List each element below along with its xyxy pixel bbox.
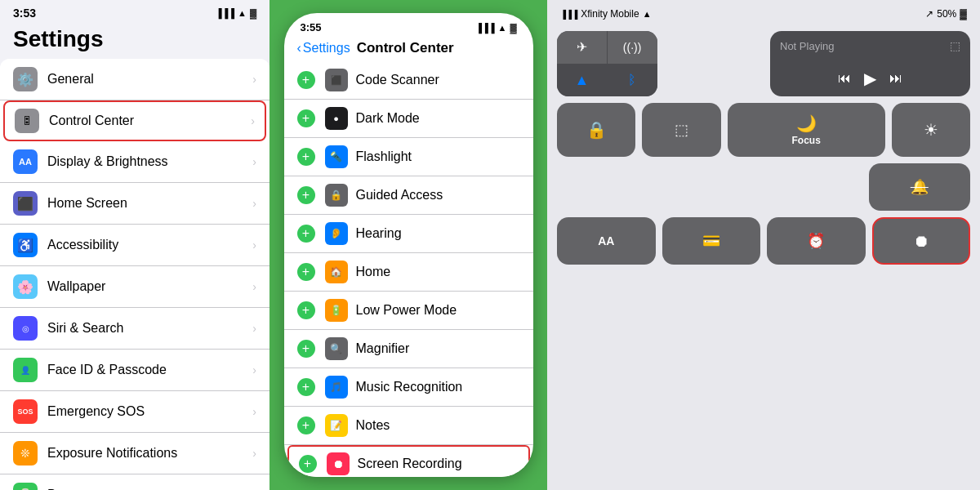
settings-item-homescreen[interactable]: ⬛ Home Screen › — [0, 183, 270, 225]
cc-item-dark-mode[interactable]: + ● Dark Mode — [284, 100, 533, 138]
general-icon: ⚙️ — [17, 72, 33, 87]
settings-panel: 3:53 ▐▐▐ ▲ ▓ Settings ⚙️ General › 🎛 Con… — [0, 0, 270, 490]
chevron-siri: › — [252, 322, 256, 335]
add-magnifier-btn[interactable]: + — [297, 340, 315, 358]
bluetooth-btn[interactable]: ᛒ — [608, 65, 657, 97]
battery-settings-icon: 🔋 — [17, 488, 33, 491]
signal-icon-cc: ▐▐▐ — [475, 23, 494, 33]
status-icons-settings: ▐▐▐ ▲ ▓ — [216, 8, 256, 18]
wallpaper-icon-wrap: 🌸 — [13, 274, 38, 299]
chevron-faceid: › — [252, 363, 256, 376]
chevron-homescreen: › — [252, 197, 256, 210]
cc-magnifier-label: Magnifier — [356, 341, 410, 356]
cc-item-hearing[interactable]: + 👂 Hearing — [284, 215, 533, 253]
breadcrumb-back[interactable]: Settings — [303, 41, 350, 56]
cc-item-guided-access[interactable]: + 🔒 Guided Access — [284, 176, 533, 215]
settings-item-accessibility[interactable]: ♿ Accessibility › — [0, 225, 270, 266]
wifi-btn[interactable]: ▲ — [557, 65, 607, 97]
settings-item-wallpaper[interactable]: 🌸 Wallpaper › — [0, 266, 270, 308]
add-screen-recording-btn[interactable]: + — [299, 455, 317, 473]
battery-bar-icon: ▓ — [960, 8, 967, 20]
add-home-btn[interactable]: + — [297, 263, 315, 281]
breadcrumb-current: Control Center — [357, 40, 454, 56]
cc-music-recognition-label: Music Recognition — [356, 380, 463, 394]
cc-item-notes[interactable]: + 📝 Notes — [284, 407, 533, 445]
add-flashlight-btn[interactable]: + — [297, 148, 315, 166]
airplane-mode-btn[interactable]: ✈ — [557, 31, 607, 64]
general-label: General — [47, 72, 252, 87]
airplay-icon[interactable]: ⬚ — [950, 39, 960, 52]
right-status: ↗ 50% ▓ — [925, 8, 967, 20]
focus-btn[interactable]: 🌙 Focus — [728, 103, 885, 157]
screen-recording-btn[interactable]: ⏺ — [872, 217, 971, 265]
moon-icon: 🌙 — [796, 114, 817, 133]
add-music-recognition-btn[interactable]: + — [297, 378, 315, 396]
alarm-btn[interactable]: ⏰ — [767, 217, 866, 265]
cc-flashlight-label: Flashlight — [356, 149, 412, 164]
hotspot-btn[interactable]: ((·)) — [608, 31, 657, 64]
cc-item-magnifier[interactable]: + 🔍 Magnifier — [284, 330, 533, 368]
wifi-icon-settings: ▲ — [238, 8, 247, 18]
faceid-label: Face ID & Passcode — [47, 363, 252, 377]
settings-item-battery[interactable]: 🔋 Battery › — [0, 474, 270, 490]
wallet-btn[interactable]: 💳 — [662, 217, 761, 265]
exposure-icon-wrap: ❊ — [13, 441, 38, 466]
cc-flashlight-icon: 🔦 — [325, 145, 348, 168]
chevron-sos: › — [252, 405, 256, 418]
empty-tile — [664, 31, 764, 96]
settings-item-sos[interactable]: SOS Emergency SOS › — [0, 391, 270, 433]
lock-rotation-btn[interactable]: 🔒 — [557, 103, 635, 157]
next-track-icon[interactable]: ⏭ — [889, 71, 902, 86]
cc-item-home[interactable]: + 🏠 Home — [284, 253, 533, 292]
settings-item-display[interactable]: AA Display & Brightness › — [0, 141, 270, 183]
screen-mirror-icon: ⬚ — [675, 121, 688, 139]
mute-btn[interactable]: 🔔 — [869, 163, 971, 211]
cc-hearing-icon: 👂 — [325, 222, 348, 245]
cc-code-scanner-label: Code Scanner — [356, 73, 439, 87]
brightness-btn[interactable]: ☀ — [892, 103, 970, 157]
homescreen-icon: ⬛ — [17, 196, 33, 212]
chevron-exposure: › — [252, 447, 256, 460]
cc-guided-access-icon: 🔒 — [325, 184, 348, 207]
cc-notes-label: Notes — [356, 418, 390, 433]
add-guided-access-btn[interactable]: + — [297, 186, 315, 204]
settings-item-control-center[interactable]: 🎛 Control Center › — [3, 100, 266, 141]
cc-item-screen-recording[interactable]: + ⏺ Screen Recording — [287, 445, 530, 477]
faceid-icon: 👤 — [20, 366, 30, 375]
chevron-control-center: › — [251, 114, 255, 127]
add-hearing-btn[interactable]: + — [297, 225, 315, 243]
play-pause-icon[interactable]: ▶ — [864, 69, 876, 88]
cc-item-low-power[interactable]: + 🔋 Low Power Mode — [284, 292, 533, 330]
breadcrumb: ‹ Settings Control Center — [284, 37, 533, 61]
prev-track-icon[interactable]: ⏮ — [838, 71, 851, 86]
cc-hearing-label: Hearing — [356, 226, 402, 241]
cc-item-flashlight[interactable]: + 🔦 Flashlight — [284, 138, 533, 176]
settings-title: Settings — [0, 23, 270, 59]
settings-item-siri[interactable]: ◎ Siri & Search › — [0, 308, 270, 350]
cc-screen-recording-label: Screen Recording — [358, 457, 462, 471]
add-code-scanner-btn[interactable]: + — [297, 71, 315, 89]
text-size-btn[interactable]: AA — [557, 217, 656, 265]
add-low-power-btn[interactable]: + — [297, 301, 315, 319]
homescreen-label: Home Screen — [47, 196, 252, 211]
settings-item-faceid[interactable]: 👤 Face ID & Passcode › — [0, 350, 270, 391]
add-notes-btn[interactable]: + — [297, 416, 315, 434]
add-dark-mode-btn[interactable]: + — [297, 109, 315, 127]
screen-mirror-btn[interactable]: ⬚ — [642, 103, 720, 157]
wifi-status-icon: ▲ — [643, 9, 652, 19]
display-icon-wrap: AA — [13, 149, 38, 174]
media-player-tile[interactable]: Not Playing ⬚ ⏮ ▶ ⏭ — [770, 31, 970, 96]
cc-items-list: + ⬛ Code Scanner + ● Dark Mode + 🔦 — [284, 61, 533, 477]
battery-icon-cc: ▓ — [510, 23, 516, 33]
connectivity-grid: ✈ ((·)) ▲ ᛒ — [557, 31, 657, 96]
cc-item-code-scanner[interactable]: + ⬛ Code Scanner — [284, 61, 533, 100]
cc-home-icon: 🏠 — [325, 261, 348, 283]
chevron-wallpaper: › — [252, 280, 256, 293]
cc-item-music-recognition[interactable]: + 🎵 Music Recognition — [284, 368, 533, 407]
back-chevron-icon: ‹ — [297, 41, 301, 56]
sos-label: Emergency SOS — [47, 404, 252, 419]
settings-item-general[interactable]: ⚙️ General › — [0, 59, 270, 100]
display-label: Display & Brightness — [47, 154, 252, 169]
chevron-accessibility: › — [252, 238, 256, 252]
settings-item-exposure[interactable]: ❊ Exposure Notifications › — [0, 433, 270, 474]
